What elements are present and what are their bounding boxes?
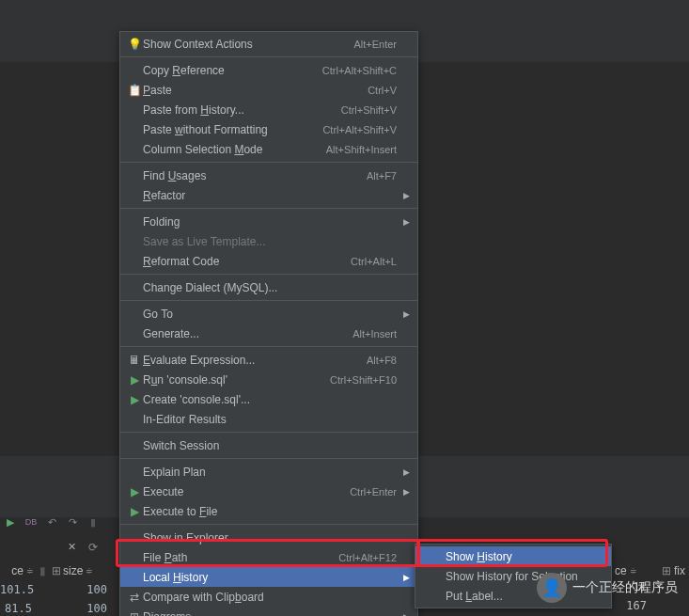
context-menu: 💡Show Context ActionsAlt+EnterCopy Refer… <box>119 31 418 616</box>
menu-separator <box>120 162 417 163</box>
ctx-item-diagrams[interactable]: ⊞Diagrams▶ <box>120 607 417 616</box>
ctx-item-go-to[interactable]: Go To▶ <box>120 304 417 324</box>
paste-icon: 📋 <box>126 84 143 97</box>
menu-item-label: Switch Session <box>143 439 397 452</box>
watermark-text: 一个正经的程序员 <box>572 579 678 596</box>
menu-item-label: Paste from History... <box>143 103 341 117</box>
menu-item-label: Go To <box>143 308 397 321</box>
ctx-item-save-as-live-template: Save as Live Template... <box>120 231 417 251</box>
col-ce[interactable]: ce≑ <box>2 564 34 577</box>
menu-separator <box>120 432 417 433</box>
chevron-right-icon: ▶ <box>403 612 410 617</box>
menu-shortcut: Ctrl+V <box>368 85 397 96</box>
menu-separator <box>120 524 417 525</box>
chevron-right-icon: ▶ <box>403 487 410 497</box>
ctx-item-execute[interactable]: ▶ExecuteCtrl+Enter▶ <box>120 482 417 501</box>
menu-shortcut: Alt+F7 <box>367 170 397 182</box>
play-icon: ▶ <box>126 485 143 498</box>
menu-shortcut: Ctrl+Alt+Shift+C <box>322 65 397 76</box>
clip-icon: ⇄ <box>126 591 143 604</box>
menu-item-label: Show Context Actions <box>143 38 353 51</box>
ctx-item-paste-without-formatting[interactable]: Paste without FormattingCtrl+Alt+Shift+V <box>120 119 417 139</box>
ctx-item-file-path[interactable]: File PathCtrl+Alt+F12 <box>120 547 417 567</box>
menu-item-label: Change Dialect (MySQL)... <box>143 281 397 294</box>
menu-item-label: Generate... <box>143 327 352 340</box>
ctx-item-explain-plan[interactable]: Explain Plan▶ <box>120 462 417 482</box>
ctx-item-compare-with-clipboard[interactable]: ⇄Compare with Clipboard <box>120 587 417 607</box>
play-icon: ▶ <box>126 505 143 518</box>
ctx-item-paste[interactable]: 📋PasteCtrl+V <box>120 80 417 100</box>
menu-item-label: Show in Explorer <box>143 531 397 545</box>
menu-separator <box>120 458 417 459</box>
watermark: 👤 一个正经的程序员 <box>537 573 678 603</box>
ctx-item-in-editor-results[interactable]: In-Editor Results <box>120 409 417 429</box>
ctx-item-change-dialect-mysql[interactable]: Change Dialect (MySQL)... <box>120 277 417 297</box>
undo-icon[interactable]: ↶ <box>44 514 59 529</box>
ctx-item-find-usages[interactable]: Find UsagesAlt+F7 <box>120 166 417 185</box>
chevron-right-icon: ▶ <box>403 467 410 477</box>
ctx-item-switch-session[interactable]: Switch Session <box>120 435 417 455</box>
menu-item-label: Run 'console.sql' <box>143 373 330 387</box>
col-size[interactable]: ⊞size≑ <box>52 564 117 577</box>
refresh-icon[interactable]: ⟳ <box>88 541 98 554</box>
menu-separator <box>120 300 417 301</box>
menu-shortcut: Alt+Shift+Insert <box>326 144 397 155</box>
menu-item-label: Evaluate Expression... <box>143 354 367 367</box>
chevron-right-icon: ▶ <box>403 573 410 582</box>
ctx-item-local-history[interactable]: Local History▶ <box>120 567 417 587</box>
menu-item-label: Explain Plan <box>143 466 397 479</box>
ctx-item-column-selection-mode[interactable]: Column Selection ModeAlt+Shift+Insert <box>120 139 417 159</box>
ctx-item-reformat-code[interactable]: Reformat CodeCtrl+Alt+L <box>120 251 417 271</box>
menu-item-label: File Path <box>143 551 338 564</box>
menu-item-label: Column Selection Mode <box>143 143 326 156</box>
menu-item-label: Refactor <box>143 189 397 202</box>
ctx-item-copy-reference[interactable]: Copy ReferenceCtrl+Alt+Shift+C <box>120 60 417 80</box>
menu-item-label: Copy Reference <box>143 64 322 77</box>
menu-shortcut: Alt+Insert <box>352 328 397 340</box>
ctx-item-folding[interactable]: Folding▶ <box>120 212 417 231</box>
ctx-item-create-console-sql[interactable]: ▶Create 'console.sql'... <box>120 389 417 409</box>
menu-separator <box>120 208 417 209</box>
menu-shortcut: Ctrl+Alt+F12 <box>338 552 397 563</box>
chevron-right-icon: ▶ <box>403 217 410 227</box>
menu-item-label: Find Usages <box>143 169 367 182</box>
menu-item-label: Create 'console.sql'... <box>143 393 397 406</box>
menu-shortcut: Alt+F8 <box>367 355 397 366</box>
run-icon[interactable]: ▶ <box>3 514 18 529</box>
menu-item-label: Execute to File <box>143 505 397 518</box>
menu-shortcut: Ctrl+Enter <box>350 486 397 498</box>
menu-item-label: Paste <box>143 84 368 97</box>
db-icon: DB <box>23 514 39 529</box>
menu-shortcut: Alt+Enter <box>353 39 397 50</box>
dbplay-icon: ▶ <box>126 393 143 406</box>
close-icon[interactable]: ✕ <box>68 541 76 553</box>
ctx-item-evaluate-expression[interactable]: 🖩Evaluate Expression...Alt+F8 <box>120 350 417 370</box>
redo-icon[interactable]: ↷ <box>65 514 80 529</box>
menu-item-label: Folding <box>143 215 397 229</box>
menu-separator <box>120 56 417 57</box>
ctx-item-show-context-actions[interactable]: 💡Show Context ActionsAlt+Enter <box>120 34 417 54</box>
sub-item-show-history[interactable]: Show History <box>415 546 611 566</box>
menu-shortcut: Ctrl+Alt+L <box>351 256 397 267</box>
play-icon: ▶ <box>126 373 143 387</box>
chevron-right-icon: ▶ <box>403 309 410 319</box>
avatar-icon: 👤 <box>537 573 567 603</box>
menu-item-label: Compare with Clipboard <box>143 591 397 604</box>
ctx-item-generate[interactable]: Generate...Alt+Insert <box>120 324 417 343</box>
bulb-icon: 💡 <box>126 38 143 51</box>
menu-shortcut: Ctrl+Shift+F10 <box>330 374 397 386</box>
menu-item-label: Execute <box>143 485 350 498</box>
menu-item-label: Show History <box>446 550 602 563</box>
ctx-item-refactor[interactable]: Refactor▶ <box>120 185 417 205</box>
ctx-item-run-console-sql[interactable]: ▶Run 'console.sql'Ctrl+Shift+F10 <box>120 370 417 389</box>
menu-item-label: Diagrams <box>143 610 397 617</box>
menu-separator <box>120 274 417 275</box>
menu-item-label: In-Editor Results <box>143 413 397 426</box>
ctx-item-execute-to-file[interactable]: ▶Execute to File <box>120 501 417 521</box>
separator-icon: ▮ <box>86 514 101 529</box>
menu-shortcut: Ctrl+Alt+Shift+V <box>322 124 397 135</box>
chevron-right-icon: ▶ <box>403 191 410 200</box>
ctx-item-paste-from-history[interactable]: Paste from History...Ctrl+Shift+V <box>120 100 417 119</box>
ctx-item-show-in-explorer[interactable]: Show in Explorer <box>120 528 417 547</box>
menu-item-label: Paste without Formatting <box>143 123 322 136</box>
